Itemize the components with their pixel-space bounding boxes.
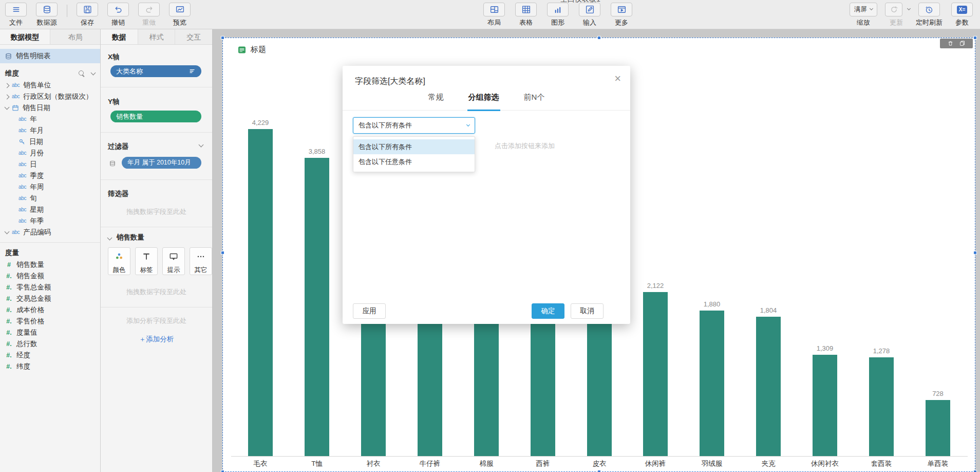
chevron-down-icon[interactable] xyxy=(907,7,911,10)
resize-handle-e[interactable] xyxy=(973,251,977,255)
abc-icon: abc xyxy=(12,230,20,235)
tab-group-filter[interactable]: 分组筛选 xyxy=(467,93,500,111)
measure-shelf-header: 销售数量 xyxy=(108,233,205,242)
table-button[interactable]: 表格 xyxy=(512,3,540,27)
resize-handle-w[interactable] xyxy=(221,251,224,255)
tab-interaction[interactable]: 交互 xyxy=(175,29,212,44)
x-axis-pill[interactable]: 大类名称 xyxy=(110,65,201,77)
dataset-label: 销售明细表 xyxy=(16,51,51,61)
chevron-right-icon[interactable] xyxy=(5,94,10,99)
resize-handle-n[interactable] xyxy=(597,36,601,40)
dimension-item[interactable]: abc年季 xyxy=(0,215,100,227)
resize-handle-sw[interactable] xyxy=(221,470,224,472)
measure-item[interactable]: #.零售总金额 xyxy=(0,282,100,293)
input-icon xyxy=(585,5,595,14)
shelf-button-其它[interactable]: 其它 xyxy=(190,247,212,275)
resize-handle-ne[interactable] xyxy=(973,36,977,40)
resize-handle-se[interactable] xyxy=(973,470,977,472)
dropdown-option[interactable]: 包含以下任意条件 xyxy=(353,154,475,169)
shelf-button-提示[interactable]: 提示 xyxy=(162,247,185,275)
dimension-item[interactable]: abc销售单位 xyxy=(0,80,100,91)
bar-夹克[interactable] xyxy=(756,317,781,456)
save-button[interactable]: 保存 xyxy=(73,3,101,27)
dimension-item[interactable]: abc年周 xyxy=(0,181,100,193)
datasource-button[interactable]: 数据源 xyxy=(33,3,61,27)
measure-item[interactable]: #.销售金额 xyxy=(0,270,100,282)
abc-icon: abc xyxy=(12,83,20,88)
bar-休闲裤[interactable] xyxy=(643,292,668,456)
dropdown-option[interactable]: 包含以下所有条件 xyxy=(353,139,475,154)
dimension-item[interactable]: abc季度 xyxy=(0,170,100,181)
chevron-down-icon[interactable] xyxy=(5,229,10,234)
measure-item[interactable]: #.经度 xyxy=(0,350,100,361)
dimension-item[interactable]: abc行政区划（数据级次） xyxy=(0,91,100,102)
chevron-down-icon[interactable] xyxy=(107,235,112,241)
dimension-item[interactable]: 日期 xyxy=(0,136,100,148)
dimensions-title: 维度 xyxy=(5,69,19,78)
bar-毛衣[interactable] xyxy=(248,129,273,456)
preview-button[interactable]: 预览 xyxy=(166,3,194,27)
more-button[interactable]: 更多 xyxy=(608,3,635,27)
hash-dot-icon: #. xyxy=(5,295,13,302)
search-icon[interactable] xyxy=(79,70,85,77)
bar-套西装[interactable] xyxy=(869,357,894,456)
tab-data[interactable]: 数据 xyxy=(101,29,138,44)
condition-select[interactable]: 包含以下所有条件 xyxy=(353,117,475,134)
chevron-down-icon[interactable] xyxy=(199,142,204,148)
resize-handle-s[interactable] xyxy=(597,470,601,472)
bar-羽绒服[interactable] xyxy=(700,311,724,456)
measure-item[interactable]: #.纬度 xyxy=(0,361,100,372)
layout-button[interactable]: 布局 xyxy=(480,3,508,27)
filter-pill[interactable]: 年月 属于 2010年10月 xyxy=(122,157,201,169)
measure-item[interactable]: #.成本价格 xyxy=(0,304,100,316)
dimension-item[interactable]: abc产品编码 xyxy=(0,227,100,238)
dimension-item[interactable]: abc年月 xyxy=(0,125,100,136)
tab-general[interactable]: 常规 xyxy=(427,93,445,110)
ok-button[interactable]: 确定 xyxy=(532,303,564,319)
dimension-item[interactable]: abc日 xyxy=(0,159,100,170)
tab-data-model[interactable]: 数据模型 xyxy=(0,29,50,44)
dimension-item[interactable]: abc星期 xyxy=(0,204,100,215)
bar-单西装[interactable] xyxy=(926,400,950,456)
update-button[interactable]: 更新 xyxy=(882,3,910,27)
tab-layout[interactable]: 布局 xyxy=(50,29,100,44)
measure-item[interactable]: #.总行数 xyxy=(0,338,100,350)
file-button[interactable]: 文件 xyxy=(2,3,30,27)
close-icon[interactable]: × xyxy=(614,72,621,85)
chevron-down-icon[interactable] xyxy=(5,104,10,110)
tab-style[interactable]: 样式 xyxy=(138,29,176,44)
measure-item[interactable]: #.交易总金额 xyxy=(0,293,100,304)
resize-handle-nw[interactable] xyxy=(221,36,224,40)
scheduled-refresh-button[interactable]: 定时刷新 xyxy=(915,3,943,27)
redo-button[interactable]: 重做 xyxy=(135,3,163,27)
undo-button[interactable]: 撤销 xyxy=(104,3,132,27)
parameters-button[interactable]: X=参数 xyxy=(948,3,976,27)
tab-top-n[interactable]: 前N个 xyxy=(523,93,546,110)
input-button[interactable]: 输入 xyxy=(576,3,604,27)
measure-item[interactable]: #.度量值 xyxy=(0,327,100,338)
measure-item[interactable]: #销售数量 xyxy=(0,259,100,270)
measure-item[interactable]: #.零售价格 xyxy=(0,316,100,327)
chart-button[interactable]: 图形 xyxy=(544,3,572,27)
bar-T恤[interactable] xyxy=(305,158,329,456)
hash-dot-icon: #. xyxy=(5,352,13,359)
trash-icon[interactable] xyxy=(947,40,954,47)
dataset-item[interactable]: 销售明细表 xyxy=(0,49,100,63)
measure-list: #销售数量#.销售金额#.零售总金额#.交易总金额#.成本价格#.零售价格#.度… xyxy=(0,259,100,372)
y-axis-pill[interactable]: 销售数量 xyxy=(110,111,201,122)
add-analysis-link[interactable]: ＋添加分析 xyxy=(101,335,212,344)
chevron-down-icon[interactable] xyxy=(91,70,96,75)
copy-icon[interactable] xyxy=(959,40,966,47)
dimension-item[interactable]: abc年 xyxy=(0,114,100,125)
cancel-button[interactable]: 取消 xyxy=(571,303,604,319)
zoom-select[interactable]: 满屏 xyxy=(850,3,877,16)
shelf-button-标签[interactable]: 标签 xyxy=(135,247,158,275)
shelf-button-颜色[interactable]: 颜色 xyxy=(108,247,130,275)
dimension-item[interactable]: abc月份 xyxy=(0,148,100,159)
sort-icon[interactable] xyxy=(189,68,196,75)
apply-button[interactable]: 应用 xyxy=(353,303,386,319)
bar-休闲衬衣[interactable] xyxy=(813,355,837,456)
dimension-item[interactable]: abc旬 xyxy=(0,193,100,204)
chevron-right-icon[interactable] xyxy=(5,83,10,88)
dimension-item[interactable]: 销售日期 xyxy=(0,102,100,114)
